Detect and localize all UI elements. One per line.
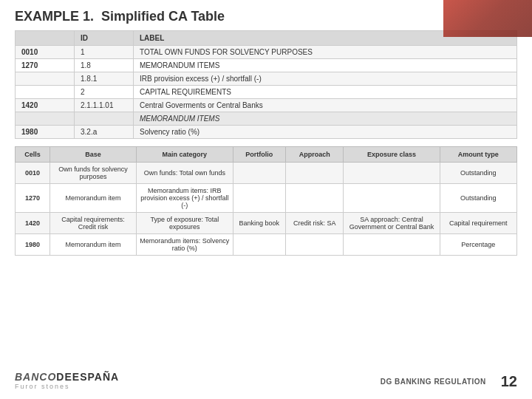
upper-row-num: 1 bbox=[75, 46, 134, 59]
lower-cell-portfolio bbox=[233, 163, 286, 184]
lower-cell-main: Own funds: Total own funds bbox=[137, 163, 233, 184]
upper-row-label: IRB provision excess (+) / shortfall (-) bbox=[134, 72, 517, 86]
footer-right: DG BANKING REGULATION 12 bbox=[381, 373, 517, 390]
lower-cell-base: Capital requirements: Credit risk bbox=[50, 213, 136, 234]
lower-cell-approach bbox=[286, 184, 344, 213]
lower-cell-cells: 1270 bbox=[16, 184, 50, 213]
lower-cell-approach: Credit risk: SA bbox=[286, 213, 344, 234]
lower-cell-amount: Outstanding bbox=[440, 163, 516, 184]
lower-table-row: 1980Memorandum itemMemorandum items: Sol… bbox=[16, 234, 517, 256]
upper-row-rowid bbox=[16, 112, 75, 126]
lower-table-row: 0010Own funds for solvency purposesOwn f… bbox=[16, 163, 517, 184]
footer: BANCODEESPAÑA Furor stones DG BANKING RE… bbox=[15, 371, 517, 390]
lower-col-base: Base bbox=[50, 147, 136, 163]
lower-table-row: 1270Memorandum itemMemorandum items: IRB… bbox=[16, 184, 517, 213]
logo-sub: Furor stones bbox=[15, 383, 119, 390]
upper-row-num: 1.8.1 bbox=[75, 72, 134, 86]
lower-col-approach: Approach bbox=[286, 147, 344, 163]
upper-row-num: 1.8 bbox=[75, 59, 134, 72]
upper-row-rowid: 1270 bbox=[16, 59, 75, 72]
lower-cell-amount: Percentage bbox=[440, 234, 516, 256]
footer-logo: BANCODEESPAÑA Furor stones bbox=[15, 371, 119, 390]
lower-cell-base: Memorandum item bbox=[50, 184, 136, 213]
lower-col-cells: Cells bbox=[16, 147, 50, 163]
upper-table-container: ID LABEL 00101TOTAL OWN FUNDS FOR SOLVEN… bbox=[15, 30, 517, 139]
upper-table-row: 19803.2.aSolvency ratio (%) bbox=[16, 126, 517, 139]
upper-row-num bbox=[75, 112, 134, 126]
lower-cell-exposure bbox=[344, 234, 440, 256]
lower-col-main: Main category bbox=[137, 147, 233, 163]
upper-table-row: 12701.8MEMORANDUM ITEMS bbox=[16, 59, 517, 72]
upper-row-num: 3.2.a bbox=[75, 126, 134, 139]
lower-col-amount: Amount type bbox=[440, 147, 516, 163]
upper-table: ID LABEL 00101TOTAL OWN FUNDS FOR SOLVEN… bbox=[15, 30, 517, 139]
lower-cell-cells: 0010 bbox=[16, 163, 50, 184]
upper-row-rowid: 1420 bbox=[16, 99, 75, 112]
lower-table: Cells Base Main category Portfolio Appro… bbox=[15, 146, 517, 256]
footer-department: DG BANKING REGULATION bbox=[381, 378, 486, 386]
lower-cell-base: Memorandum item bbox=[50, 234, 136, 256]
upper-row-label: CAPITAL REQUIREMENTS bbox=[134, 86, 517, 99]
upper-row-num: 2.1.1.1.01 bbox=[75, 99, 134, 112]
upper-row-label: MEMORANDUM ITEMS bbox=[134, 112, 517, 126]
upper-table-row: 2CAPITAL REQUIREMENTS bbox=[16, 86, 517, 99]
upper-row-rowid: 1980 bbox=[16, 126, 75, 139]
upper-row-label: Central Goverments or Central Banks bbox=[134, 99, 517, 112]
col-header-id: ID bbox=[75, 31, 134, 46]
lower-table-container: Cells Base Main category Portfolio Appro… bbox=[15, 146, 517, 256]
upper-row-label: Solvency ratio (%) bbox=[134, 126, 517, 139]
lower-cell-main: Type of exposure: Total exposures bbox=[137, 213, 233, 234]
upper-row-num: 2 bbox=[75, 86, 134, 99]
lower-cell-cells: 1420 bbox=[16, 213, 50, 234]
lower-cell-exposure: SA approach: Central Government or Centr… bbox=[344, 213, 440, 234]
lower-cell-approach bbox=[286, 163, 344, 184]
lower-cell-exposure bbox=[344, 184, 440, 213]
upper-row-rowid bbox=[16, 86, 75, 99]
lower-cell-portfolio bbox=[233, 234, 286, 256]
lower-col-portfolio: Portfolio bbox=[233, 147, 286, 163]
lower-cell-amount: Capital requirement bbox=[440, 213, 516, 234]
upper-row-label: TOTAL OWN FUNDS FOR SOLVENCY PURPOSES bbox=[134, 46, 517, 59]
lower-table-row: 1420Capital requirements: Credit riskTyp… bbox=[16, 213, 517, 234]
lower-cell-portfolio bbox=[233, 184, 286, 213]
lower-cell-base: Own funds for solvency purposes bbox=[50, 163, 136, 184]
lower-cell-portfolio: Banking book bbox=[233, 213, 286, 234]
lower-cell-main: Memorandum items: IRB provision excess (… bbox=[137, 184, 233, 213]
upper-table-row: MEMORANDUM ITEMS bbox=[16, 112, 517, 126]
upper-table-row: 14202.1.1.1.01Central Goverments or Cent… bbox=[16, 99, 517, 112]
page-header: EXAMPLE 1. Simplified CA Table bbox=[0, 0, 532, 30]
upper-row-rowid bbox=[16, 72, 75, 86]
lower-cell-exposure bbox=[344, 163, 440, 184]
page-title: EXAMPLE 1. Simplified CA Table bbox=[15, 9, 225, 24]
lower-cell-amount: Outstanding bbox=[440, 184, 516, 213]
lower-cell-cells: 1980 bbox=[16, 234, 50, 256]
upper-row-label: MEMORANDUM ITEMS bbox=[134, 59, 517, 72]
lower-col-exposure: Exposure class bbox=[344, 147, 440, 163]
lower-cell-main: Memorandum items: Solvency ratio (%) bbox=[137, 234, 233, 256]
upper-row-rowid: 0010 bbox=[16, 46, 75, 59]
footer-page-number: 12 bbox=[501, 373, 517, 390]
upper-table-row: 1.8.1IRB provision excess (+) / shortfal… bbox=[16, 72, 517, 86]
upper-table-row: 00101TOTAL OWN FUNDS FOR SOLVENCY PURPOS… bbox=[16, 46, 517, 59]
col-header-empty bbox=[16, 31, 75, 46]
header-decorative-image bbox=[443, 0, 532, 37]
logo-brand: BANCODEESPAÑA bbox=[15, 371, 119, 383]
lower-cell-approach bbox=[286, 234, 344, 256]
